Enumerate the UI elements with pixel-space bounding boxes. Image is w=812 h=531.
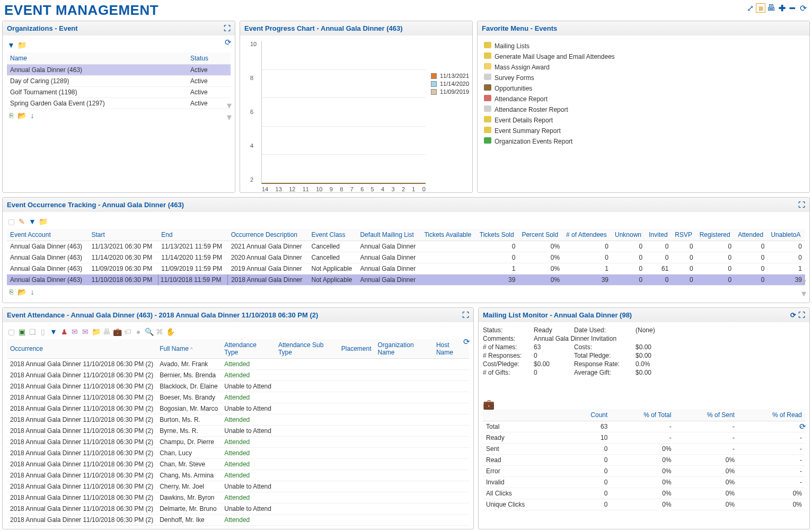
table-row[interactable]: 2018 Annual Gala Dinner 11/10/2018 06:30… [7, 437, 469, 448]
table-row[interactable]: 2018 Annual Gala Dinner 11/10/2018 06:30… [7, 492, 469, 503]
table-row[interactable]: Total63--- [483, 421, 805, 432]
download-icon[interactable]: ↓ [28, 111, 37, 120]
filter-icon[interactable]: ▼ [7, 41, 15, 49]
expand-icon[interactable]: ⤢ [745, 3, 755, 13]
col-header[interactable]: RSVP [672, 229, 696, 241]
col-header[interactable]: Attendance Sub Type [275, 339, 338, 359]
dot-icon[interactable]: ● [134, 328, 143, 336]
scroll-down-icon[interactable]: ▾▾ [227, 100, 232, 123]
favorite-item[interactable]: Event Details Report [483, 115, 804, 126]
search-icon[interactable]: 🔍 [145, 328, 153, 336]
table-row[interactable]: 2018 Annual Gala Dinner 11/10/2018 06:30… [7, 459, 469, 470]
table-row[interactable]: Golf Tournament (1198)Active [7, 87, 231, 98]
scroll-down-icon[interactable]: ▾▾ [801, 276, 806, 299]
col-header[interactable]: Event Account [7, 229, 88, 241]
col-header[interactable]: Percent Sold [518, 229, 563, 241]
table-row[interactable]: 2018 Annual Gala Dinner 11/10/2018 06:30… [7, 370, 469, 381]
table-row[interactable]: Sent00%-- [483, 444, 805, 455]
col-header[interactable]: Count [567, 409, 611, 421]
favorite-item[interactable]: Opportunities [483, 83, 804, 94]
favorite-item[interactable]: Mass Assign Award [483, 62, 804, 73]
print-icon[interactable]: 🖶 [102, 328, 111, 336]
add-icon[interactable]: ▣ [17, 328, 26, 336]
favorite-item[interactable]: Organization Events Report [483, 136, 804, 147]
col-header[interactable]: Occurrence [7, 339, 156, 359]
refresh-icon[interactable]: ⟳ [798, 3, 808, 13]
table-row[interactable]: 2018 Annual Gala Dinner 11/10/2018 06:30… [7, 359, 469, 370]
col-header[interactable]: Unknown [612, 229, 646, 241]
export-icon[interactable]: ⎘ [7, 288, 15, 296]
col-header[interactable]: Organization Name [375, 339, 433, 359]
col-header[interactable]: Registered [696, 229, 735, 241]
col-header[interactable]: Tickets Sold [476, 229, 519, 241]
table-row[interactable]: 2018 Annual Gala Dinner 11/10/2018 06:30… [7, 515, 469, 526]
add-icon[interactable]: ✚ [777, 3, 787, 13]
maximize-icon[interactable]: ⛶ [462, 311, 469, 319]
briefcase-icon[interactable]: 💼 [113, 328, 121, 336]
table-row[interactable]: 2018 Annual Gala Dinner 11/10/2018 06:30… [7, 414, 469, 426]
col-header[interactable]: % of Sent [675, 409, 738, 421]
tag-icon[interactable]: 🏷 [123, 328, 132, 336]
mail-icon[interactable]: ✉ [70, 328, 79, 336]
table-row[interactable]: 2018 Annual Gala Dinner 11/10/2018 06:30… [7, 470, 469, 481]
col-header[interactable]: Occurrence Description [228, 229, 308, 241]
col-header[interactable]: # of Attendees [563, 229, 612, 241]
refresh-icon[interactable]: ⟳ [799, 422, 806, 431]
briefcase-icon[interactable]: 💼 [483, 399, 495, 410]
table-row[interactable]: Annual Gala Dinner (463)11/09/2019 06:30… [7, 263, 805, 275]
table-row[interactable]: Ready10--- [483, 432, 805, 444]
table-row[interactable]: Read00%0%- [483, 455, 805, 466]
col-header[interactable]: Attendance Type [221, 339, 275, 359]
open-folder-icon[interactable]: 📂 [17, 288, 26, 296]
maximize-icon[interactable]: ⛶ [224, 24, 231, 32]
apple-icon[interactable]: ⌘ [155, 328, 164, 336]
col-header[interactable]: Full Name ^ [156, 339, 221, 359]
download-icon[interactable]: ↓ [28, 288, 37, 296]
col-header[interactable]: Start [88, 229, 158, 241]
print-icon[interactable]: 🖶 [766, 3, 776, 13]
person-icon[interactable]: ♟ [60, 328, 68, 336]
table-row[interactable]: Invalid00%0%- [483, 477, 805, 488]
edit-icon[interactable]: ✎ [17, 217, 26, 226]
col-name[interactable]: Name [7, 52, 187, 65]
col-header[interactable] [483, 409, 567, 421]
table-row[interactable]: 2018 Annual Gala Dinner 11/10/2018 06:30… [7, 403, 469, 414]
table-row[interactable]: Spring Garden Gala Event (1297)Active [7, 98, 231, 109]
filter-icon[interactable]: ▼ [49, 328, 58, 336]
refresh-icon[interactable]: ⟳ [225, 38, 232, 47]
table-row[interactable]: 2018 Annual Gala Dinner 11/10/2018 06:30… [7, 381, 469, 392]
remove-icon[interactable]: ━ [788, 3, 797, 13]
col-header[interactable]: Event Class [308, 229, 357, 241]
col-header[interactable]: UnabletoA [767, 229, 805, 241]
col-header[interactable]: Tickets Available [421, 229, 476, 241]
folder-icon[interactable]: 📁 [17, 41, 26, 49]
table-row[interactable]: All Clicks00%0%0% [483, 488, 805, 499]
open-folder-icon[interactable]: 📂 [17, 111, 26, 120]
col-header[interactable]: % of Total [611, 409, 674, 421]
export-icon[interactable]: ⎘ [7, 111, 15, 120]
table-row[interactable]: Annual Gala Dinner (463)11/14/2020 06:30… [7, 252, 805, 263]
favorite-item[interactable]: Survey Forms [483, 73, 804, 83]
table-row[interactable]: Unique Clicks00%0%0% [483, 499, 805, 510]
table-row[interactable]: 2018 Annual Gala Dinner 11/10/2018 06:30… [7, 503, 469, 515]
table-row[interactable]: Annual Gala Dinner (463)Active [7, 65, 231, 76]
table-row[interactable]: 2018 Annual Gala Dinner 11/10/2018 06:30… [7, 481, 469, 492]
new-icon[interactable]: ▢ [7, 328, 15, 336]
mail2-icon[interactable]: ✉ [81, 328, 90, 336]
table-row[interactable]: Annual Gala Dinner (463)11/10/2018 06:30… [7, 275, 805, 286]
maximize-icon[interactable]: ⛶ [798, 311, 805, 319]
maximize-icon[interactable]: ⛶ [798, 201, 805, 209]
table-row[interactable]: 2018 Annual Gala Dinner 11/10/2018 06:30… [7, 392, 469, 403]
filter-icon[interactable]: ▼ [28, 217, 37, 226]
hand-icon[interactable]: ✋ [166, 328, 174, 336]
col-header[interactable]: Invited [646, 229, 672, 241]
doc-icon[interactable]: ▯ [39, 328, 47, 336]
copy-icon[interactable]: ❏ [28, 328, 37, 336]
table-row[interactable]: Day of Caring (1289)Active [7, 76, 231, 87]
table-row[interactable]: 2018 Annual Gala Dinner 11/10/2018 06:30… [7, 426, 469, 437]
favorite-item[interactable]: Attendance Roster Report [483, 104, 804, 115]
refresh-icon[interactable]: ⟳ [790, 311, 796, 319]
col-header[interactable]: Attended [735, 229, 767, 241]
table-row[interactable]: Error00%0%- [483, 466, 805, 477]
favorite-item[interactable]: Attendance Report [483, 94, 804, 104]
